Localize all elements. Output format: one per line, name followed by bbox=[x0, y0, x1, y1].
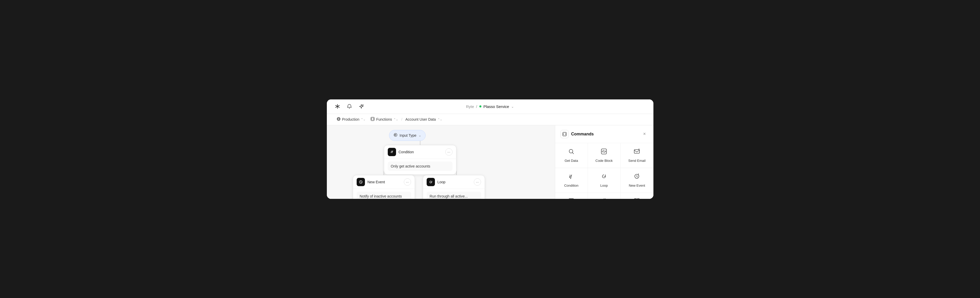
send-email-label: Send Email bbox=[628, 159, 645, 163]
condition-node-header: if Condition ··· bbox=[384, 145, 456, 159]
command-new-event[interactable]: New Event bbox=[620, 168, 653, 193]
loop-title: Loop bbox=[438, 180, 445, 184]
functions-label: Functions bbox=[376, 117, 392, 121]
condition-body: Only get active accounts bbox=[384, 159, 456, 174]
command-condition[interactable]: if Condition bbox=[555, 168, 588, 193]
header-center: Ryte / Plasso Service ⌄ bbox=[466, 105, 514, 109]
production-label: Production bbox=[342, 117, 360, 121]
functions-chevron-icon: ⌃⌄ bbox=[393, 118, 398, 121]
loop-header-left: Loop bbox=[426, 178, 445, 186]
new-event-cmd-icon bbox=[634, 173, 640, 181]
breadcrumb-ryte: Ryte bbox=[466, 105, 474, 109]
breadcrumb-production[interactable]: Production ⌃⌄ bbox=[334, 116, 368, 123]
loop-node[interactable]: Loop ··· Run through all active... bbox=[423, 175, 485, 199]
send-email-icon bbox=[634, 148, 640, 156]
loop-body-text: Run through all active... bbox=[426, 192, 481, 199]
command-loop[interactable]: Loop bbox=[588, 168, 620, 193]
main-canvas: Input Type ⌄ if Condition ··· Only get a… bbox=[327, 125, 654, 199]
svg-point-15 bbox=[569, 149, 573, 153]
input-type-label: Input Type bbox=[400, 133, 417, 138]
input-type-icon bbox=[393, 133, 398, 138]
svg-rect-19 bbox=[634, 150, 640, 153]
command-code-block[interactable]: Code Block bbox=[588, 143, 620, 168]
svg-text:if: if bbox=[569, 174, 572, 179]
commands-header-left: Commands bbox=[560, 130, 594, 138]
condition-header-left: if Condition bbox=[388, 148, 414, 156]
asterisk-icon[interactable] bbox=[334, 103, 341, 110]
breadcrumb-bar: Production ⌃⌄ Functions ⌃⌄ / Account Use… bbox=[327, 114, 654, 125]
status-dot bbox=[479, 105, 481, 108]
svg-rect-24 bbox=[634, 198, 636, 199]
condition-menu-button[interactable]: ··· bbox=[445, 148, 453, 155]
new-event-header-left: New Event bbox=[356, 178, 385, 186]
bell-icon[interactable] bbox=[346, 103, 353, 110]
app-window: Ryte / Plasso Service ⌄ Production ⌃⌄ bbox=[327, 100, 654, 199]
commands-title: Commands bbox=[571, 132, 594, 136]
service-chevron-icon[interactable]: ⌄ bbox=[511, 105, 514, 108]
separator-slash: / bbox=[476, 105, 477, 109]
new-event-title: New Event bbox=[368, 180, 385, 184]
get-data-icon bbox=[568, 148, 574, 156]
new-event-badge bbox=[356, 178, 365, 186]
commands-close-button[interactable]: × bbox=[641, 130, 648, 138]
loop-menu-button[interactable]: ··· bbox=[474, 178, 481, 185]
loop-body: Run through all active... bbox=[423, 189, 485, 199]
notification-icon bbox=[601, 198, 607, 199]
command-get-data[interactable]: Get Data bbox=[555, 143, 588, 168]
condition-title: Condition bbox=[399, 150, 414, 154]
header-left-icons bbox=[334, 103, 365, 110]
svg-rect-25 bbox=[637, 198, 640, 199]
input-type-button[interactable]: Input Type ⌄ bbox=[389, 130, 426, 141]
code-icon bbox=[371, 117, 374, 122]
loop-badge bbox=[426, 178, 435, 186]
svg-line-16 bbox=[573, 152, 574, 154]
command-function[interactable]: Function bbox=[555, 193, 588, 199]
account-user-data-label: Account User Data bbox=[406, 117, 436, 121]
new-event-node[interactable]: New Event ··· Notify of inactive account… bbox=[353, 175, 415, 199]
svg-rect-22 bbox=[569, 198, 574, 199]
service-name: Plasso Service bbox=[484, 105, 509, 109]
code-block-label: Code Block bbox=[595, 159, 612, 163]
loop-cmd-icon bbox=[601, 173, 607, 181]
production-chevron-icon: ⌃⌄ bbox=[361, 118, 366, 121]
get-data-label: Get Data bbox=[565, 159, 578, 163]
new-event-cmd-label: New Event bbox=[629, 184, 645, 187]
new-event-body-text: Notify of inactive accounts bbox=[356, 192, 411, 199]
new-event-header: New Event ··· bbox=[353, 175, 415, 189]
function-icon bbox=[568, 198, 574, 199]
sparkle-icon[interactable] bbox=[358, 103, 365, 110]
command-send-email[interactable]: Send Email bbox=[620, 143, 653, 168]
condition-body-text: Only get active accounts bbox=[388, 162, 453, 171]
svg-line-18 bbox=[604, 150, 604, 153]
header: Ryte / Plasso Service ⌄ bbox=[327, 100, 654, 114]
command-slack[interactable]: Slack bbox=[620, 193, 653, 199]
commands-header: Commands × bbox=[555, 125, 654, 143]
breadcrumb-sep: / bbox=[401, 117, 402, 121]
command-notification[interactable]: Notification bbox=[588, 193, 620, 199]
condition-cmd-label: Condition bbox=[564, 184, 579, 187]
breadcrumb-account-user-data[interactable]: Account User Data ⌃⌄ bbox=[403, 116, 445, 122]
loop-header: Loop ··· bbox=[423, 175, 485, 189]
commands-panel: Commands × Get Data bbox=[555, 125, 654, 199]
commands-grid: Get Data Code Block bbox=[555, 143, 654, 199]
slack-icon bbox=[634, 198, 640, 199]
new-event-menu-button[interactable]: ··· bbox=[404, 178, 411, 185]
loop-cmd-label: Loop bbox=[600, 184, 608, 187]
input-type-chevron-icon: ⌄ bbox=[418, 133, 421, 137]
breadcrumb-functions[interactable]: Functions ⌃⌄ bbox=[368, 116, 401, 123]
code-block-icon bbox=[601, 148, 607, 156]
condition-badge: if bbox=[388, 148, 396, 156]
commands-box-icon bbox=[560, 130, 569, 138]
new-event-body: Notify of inactive accounts bbox=[353, 189, 415, 199]
globe-icon bbox=[337, 117, 340, 122]
condition-cmd-icon: if bbox=[568, 173, 574, 181]
account-chevron-icon: ⌃⌄ bbox=[438, 118, 442, 121]
condition-node[interactable]: if Condition ··· Only get active account… bbox=[384, 145, 457, 175]
